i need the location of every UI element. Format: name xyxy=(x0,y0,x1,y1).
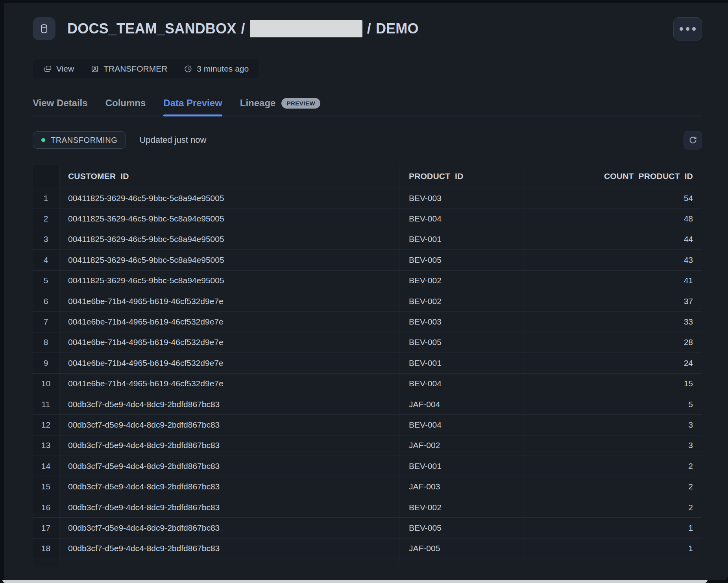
table-row: 70041e6be-71b4-4965-b619-46cf532d9e7eBEV… xyxy=(33,312,702,332)
preview-badge: PREVIEW xyxy=(281,98,320,109)
ellipsis-icon xyxy=(686,27,689,31)
header: DOCS_TEAM_SANDBOX / / DEMO xyxy=(33,17,702,41)
cell-product-id: BEV-004 xyxy=(399,415,523,435)
row-number: 5 xyxy=(33,271,59,291)
cell-customer-id: 00db3cf7-d5e9-4dc4-8dc9-2bdfd867bc83 xyxy=(59,415,399,435)
table-row: 500411825-3629-46c5-9bbc-5c8a94e95005BEV… xyxy=(33,271,702,291)
cell-product-id: BEV-002 xyxy=(399,497,523,517)
role-badge: TRANSFORMER xyxy=(91,64,167,74)
header-customer-id: CUSTOMER_ID xyxy=(59,165,399,188)
cell-count-product-id: 54 xyxy=(523,188,702,208)
cell-customer-id: 00db3cf7-d5e9-4dc4-8dc9-2bdfd867bc83 xyxy=(59,539,399,559)
last-updated-label: 3 minutes ago xyxy=(197,64,249,74)
cell-product-id: BEV-005 xyxy=(399,332,523,352)
header-count-product-id: COUNT_PRODUCT_ID xyxy=(523,165,702,188)
ellipsis-icon xyxy=(680,27,683,31)
cell-count-product-id: 3 xyxy=(523,415,702,435)
refresh-icon xyxy=(688,135,698,145)
cell-count-product-id: 2 xyxy=(523,456,702,476)
cell-count-product-id: 33 xyxy=(523,312,702,332)
cell-customer-id: 0041e6be-71b4-4965-b619-46cf532d9e7e xyxy=(59,332,399,352)
cell-product-id: BEV-001 xyxy=(399,456,523,476)
cell-customer-id: 00db3cf7-d5e9-4dc4-8dc9-2bdfd867bc83 xyxy=(59,518,399,538)
refresh-button[interactable] xyxy=(684,131,702,149)
tab-columns[interactable]: Columns xyxy=(105,98,146,116)
tab-lineage[interactable]: Lineage PREVIEW xyxy=(240,98,320,116)
cell-product-id: BEV-003 xyxy=(399,188,523,208)
cell-customer-id: 00db3cf7-d5e9-4dc4-8dc9-2bdfd867bc83 xyxy=(59,394,399,414)
table-row: 400411825-3629-46c5-9bbc-5c8a94e95005BEV… xyxy=(33,250,702,270)
row-number: 13 xyxy=(33,435,59,456)
clock-icon xyxy=(184,65,192,73)
cell-count-product-id: 44 xyxy=(523,229,702,249)
row-number: 3 xyxy=(33,229,59,249)
data-preview-table: CUSTOMER_ID PRODUCT_ID COUNT_PRODUCT_ID … xyxy=(33,165,702,580)
cell-count-product-id: 5 xyxy=(523,394,702,414)
cell-product-id: BEV-004 xyxy=(399,374,523,394)
cell-product-id: JAF-004 xyxy=(399,394,523,414)
table-row: 1400db3cf7-d5e9-4dc4-8dc9-2bdfd867bc83BE… xyxy=(33,456,702,476)
row-number: 11 xyxy=(33,394,59,414)
object-type-badge: View xyxy=(43,64,74,74)
cell-clipped xyxy=(59,559,399,567)
table-row: 1600db3cf7-d5e9-4dc4-8dc9-2bdfd867bc83BE… xyxy=(33,497,702,518)
cell-count-product-id: 3 xyxy=(523,435,702,456)
view-icon xyxy=(43,65,52,73)
cell-count-product-id: 28 xyxy=(523,332,702,352)
row-number: 8 xyxy=(33,332,59,352)
more-actions-button[interactable] xyxy=(673,17,702,41)
page-title: DOCS_TEAM_SANDBOX / / DEMO xyxy=(67,20,419,37)
row-number: 15 xyxy=(33,476,59,496)
tab-view-details[interactable]: View Details xyxy=(33,98,88,116)
cell-customer-id: 00411825-3629-46c5-9bbc-5c8a94e95005 xyxy=(59,271,399,291)
cell-count-product-id: 43 xyxy=(523,250,702,270)
cell-customer-id: 00411825-3629-46c5-9bbc-5c8a94e95005 xyxy=(59,250,399,270)
table-row: 90041e6be-71b4-4965-b619-46cf532d9e7eBEV… xyxy=(33,353,702,373)
cell-count-product-id: 41 xyxy=(523,271,702,291)
tab-label: Data Preview xyxy=(163,98,222,109)
cell-count-product-id: 24 xyxy=(523,353,702,373)
title-separator: / xyxy=(241,20,245,37)
cell-product-id: BEV-005 xyxy=(399,518,523,538)
tab-label: Lineage xyxy=(240,98,276,109)
cell-count-product-id: 2 xyxy=(523,497,702,517)
cell-customer-id: 0041e6be-71b4-4965-b619-46cf532d9e7e xyxy=(59,291,399,311)
tab-label: View Details xyxy=(33,98,88,109)
cell-customer-id: 0041e6be-71b4-4965-b619-46cf532d9e7e xyxy=(59,312,399,332)
status-badge: TRANSFORMING xyxy=(33,131,126,149)
status-dot-icon xyxy=(41,138,45,142)
ellipsis-icon xyxy=(692,27,696,31)
cell-customer-id: 00db3cf7-d5e9-4dc4-8dc9-2bdfd867bc83 xyxy=(59,435,399,456)
cell-customer-id: 00411825-3629-46c5-9bbc-5c8a94e95005 xyxy=(59,229,399,249)
cell-product-id: BEV-001 xyxy=(399,353,523,373)
table-row: 1300db3cf7-d5e9-4dc4-8dc9-2bdfd867bc83JA… xyxy=(33,435,702,456)
table-row: 60041e6be-71b4-4965-b619-46cf532d9e7eBEV… xyxy=(33,291,702,312)
table-row: 200411825-3629-46c5-9bbc-5c8a94e95005BEV… xyxy=(33,208,702,229)
role-label: TRANSFORMER xyxy=(103,64,167,74)
table-row: 1700db3cf7-d5e9-4dc4-8dc9-2bdfd867bc83BE… xyxy=(33,518,702,538)
table-row: 1200db3cf7-d5e9-4dc4-8dc9-2bdfd867bc83BE… xyxy=(33,415,702,435)
cell-customer-id: 00411825-3629-46c5-9bbc-5c8a94e95005 xyxy=(59,208,399,229)
database-icon xyxy=(33,17,55,40)
cell-product-id: BEV-003 xyxy=(399,312,523,332)
cell-count-product-id: 2 xyxy=(523,476,702,496)
table-row: 80041e6be-71b4-4965-b619-46cf532d9e7eBEV… xyxy=(33,332,702,353)
table-row-partial xyxy=(33,559,702,567)
table-row: 100041e6be-71b4-4965-b619-46cf532d9e7eBE… xyxy=(33,374,702,394)
header-row-number xyxy=(33,165,59,188)
row-number: 12 xyxy=(33,415,59,435)
cell-count-product-id: 37 xyxy=(523,291,702,311)
updated-text: Updated just now xyxy=(139,135,206,145)
tab-data-preview[interactable]: Data Preview xyxy=(163,98,222,116)
object-type-label: View xyxy=(56,64,74,74)
row-number: 1 xyxy=(33,188,59,208)
cell-customer-id: 00db3cf7-d5e9-4dc4-8dc9-2bdfd867bc83 xyxy=(59,456,399,476)
table-row: 1100db3cf7-d5e9-4dc4-8dc9-2bdfd867bc83JA… xyxy=(33,394,702,415)
status-label: TRANSFORMING xyxy=(51,136,117,145)
header-product-id: PRODUCT_ID xyxy=(399,165,523,188)
title-redacted-schema xyxy=(250,20,362,37)
cell-product-id: JAF-002 xyxy=(399,435,523,456)
row-number: 14 xyxy=(33,456,59,476)
cell-product-id: BEV-005 xyxy=(399,250,523,270)
cell-count-product-id: 1 xyxy=(523,539,702,559)
